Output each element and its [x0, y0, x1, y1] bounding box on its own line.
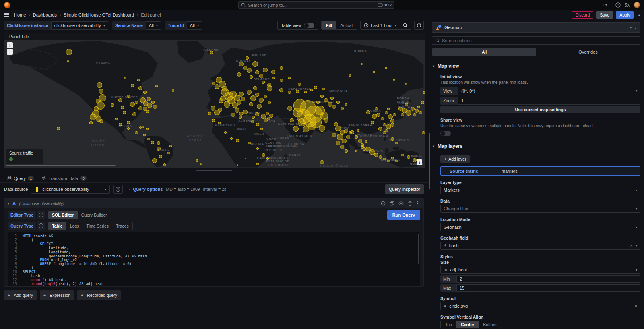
map-marker [132, 112, 136, 116]
actual-option[interactable]: Actual [336, 21, 357, 29]
tab-all-options[interactable]: All [432, 48, 536, 56]
query-card-header[interactable]: ▾ A (clickhouse-observability) [4, 199, 423, 208]
view-select[interactable]: (0°, 0°) ▾ [458, 87, 640, 95]
drag-query-icon[interactable] [416, 201, 420, 206]
query-inspector-button[interactable]: Query Inspector [385, 184, 424, 194]
datasource-picker[interactable]: clickhouse-observability ▾ [31, 185, 110, 194]
map-attribution-info-button[interactable]: i [417, 159, 422, 165]
collapse-pane-icon[interactable]: › [635, 25, 636, 30]
search-input[interactable] [248, 3, 376, 8]
variable-value-dropdown[interactable]: clickhouse-observability ▾ [51, 21, 108, 30]
visualization-picker[interactable]: Geomap ▾ › [432, 22, 640, 33]
location-mode-select[interactable]: Geohash ▾ [440, 223, 640, 231]
sql-code-editor[interactable]: 1WITH coords AS2 (3 SELECT4 Latitude,5 L… [8, 232, 420, 286]
global-search[interactable]: ⌘+k [238, 1, 394, 9]
zoom-out-time-button[interactable] [400, 21, 411, 29]
help-icon[interactable]: ? [615, 2, 621, 8]
legend-scrollbar[interactable] [6, 165, 116, 166]
geomap-canvas[interactable]: CANADAUNITED STATESMEXICOBRAZILICELANDNO… [4, 40, 425, 168]
valign-center[interactable]: Center [456, 321, 479, 328]
share-view-toggle[interactable] [440, 131, 451, 136]
query-options-toggle[interactable]: Query options [133, 187, 163, 192]
disable-query-icon[interactable] [381, 201, 386, 206]
query-type-logs[interactable]: Logs [66, 222, 83, 230]
map-marker [90, 114, 96, 120]
chevron-down-icon[interactable]: ▾ [630, 26, 632, 29]
query-type-traces[interactable]: Traces [112, 222, 132, 230]
tab-query[interactable]: Query 1 [4, 173, 37, 182]
clear-icon[interactable]: × [635, 304, 637, 308]
add-query-button[interactable]: +Add query [4, 290, 37, 300]
map-marker [208, 112, 211, 115]
resize-drag-handle[interactable] [196, 170, 232, 171]
map-zoom-in-button[interactable]: + [7, 42, 13, 48]
time-range-picker[interactable]: Last 1 hour ▾ [361, 23, 400, 28]
duplicate-query-icon[interactable] [390, 201, 394, 206]
layer-type-select[interactable]: Markers ▾ [440, 186, 640, 194]
map-marker [157, 141, 160, 145]
map-marker [371, 121, 374, 124]
variable-service-name: Service Name All ▾ [112, 21, 161, 30]
keyboard-icon [378, 3, 383, 7]
news-icon[interactable] [625, 2, 630, 8]
dashboard-variables-toolbar: ClickHouse instance clickhouse-observabi… [0, 19, 428, 31]
delete-query-icon[interactable] [408, 201, 412, 206]
max-input[interactable] [456, 284, 640, 292]
collapse-query-icon[interactable]: ▾ [8, 202, 9, 205]
symbol-select[interactable]: ● circle.svg × [440, 302, 640, 310]
variable-value-dropdown[interactable]: All ▾ [146, 21, 161, 30]
map-marker [237, 72, 241, 77]
query-builder-option[interactable]: Query Builder [78, 211, 111, 219]
data-select[interactable]: Change filter ▾ [440, 205, 640, 213]
use-current-map-settings-button[interactable]: Use current map settings [440, 106, 640, 113]
options-scrollbar[interactable] [429, 133, 430, 189]
chevron-down-icon: ▾ [156, 24, 158, 27]
breadcrumb-dashboards[interactable]: Dashboards [33, 12, 57, 17]
breadcrumb-home[interactable]: Home [14, 12, 26, 17]
zoom-input[interactable] [458, 97, 640, 105]
options-search[interactable] [432, 36, 640, 45]
add-expression-button[interactable]: +Expression [40, 290, 74, 300]
menu-icon[interactable] [4, 13, 9, 17]
datasource-help-button[interactable]: ? [113, 185, 123, 194]
map-marker [393, 113, 396, 116]
panel-header[interactable]: Panel Title [4, 33, 425, 40]
grafana-logo-icon[interactable] [4, 2, 10, 8]
save-button[interactable]: Save [596, 11, 613, 19]
options-search-input[interactable] [442, 38, 637, 43]
add-recorded-query-button[interactable]: +Recorded query [77, 290, 121, 300]
hide-response-icon[interactable] [398, 201, 404, 206]
valign-top[interactable]: Top [441, 321, 456, 328]
size-field-select[interactable]: ⊞ adj_heat ▾ [440, 266, 640, 274]
tab-transform-label: Transform data [48, 176, 78, 181]
query-type-table[interactable]: Table [48, 222, 66, 230]
section-map-view-header[interactable]: ▾ Map view [432, 63, 640, 69]
breadcrumb-dashboard-name[interactable]: Simple ClickHouse OTel Dashboard [64, 12, 134, 17]
refresh-button[interactable] [414, 21, 424, 30]
code-scrollbar[interactable] [418, 234, 419, 264]
collapse-options-icon[interactable]: ▴ [638, 13, 640, 17]
search-shortcut: ⌘+k [378, 3, 392, 7]
table-view-toggle[interactable] [304, 23, 314, 28]
tab-transform-data[interactable]: Transform data 0 [39, 173, 89, 182]
geohash-field-select[interactable]: A hash × ▾ [440, 242, 640, 250]
discard-button[interactable]: Discard [572, 11, 594, 19]
map-zoom-out-button[interactable]: − [7, 49, 13, 55]
section-map-layers-header[interactable]: ▾ Map layers [432, 143, 640, 149]
run-query-button[interactable]: Run Query [387, 210, 420, 220]
clear-icon[interactable]: × [630, 243, 633, 248]
query-type-timeseries[interactable]: Time Series [83, 222, 112, 230]
layer-card-source-traffic[interactable]: Source traffic markers [440, 166, 640, 176]
fill-option[interactable]: Fill [322, 21, 336, 29]
tab-overrides[interactable]: Overrides [536, 48, 640, 56]
map-marker [328, 102, 332, 107]
table-view-label: Table view [281, 23, 301, 28]
user-avatar[interactable] [634, 2, 640, 8]
apply-button[interactable]: Apply [616, 11, 634, 19]
add-layer-button[interactable]: +Add layer [440, 155, 470, 163]
sql-editor-option[interactable]: SQL Editor [48, 211, 78, 219]
min-input[interactable] [456, 275, 640, 283]
add-new-button[interactable]: +▾ [602, 2, 607, 8]
variable-value-dropdown[interactable]: All ▾ [187, 21, 202, 30]
valign-bottom[interactable]: Bottom [479, 321, 501, 328]
